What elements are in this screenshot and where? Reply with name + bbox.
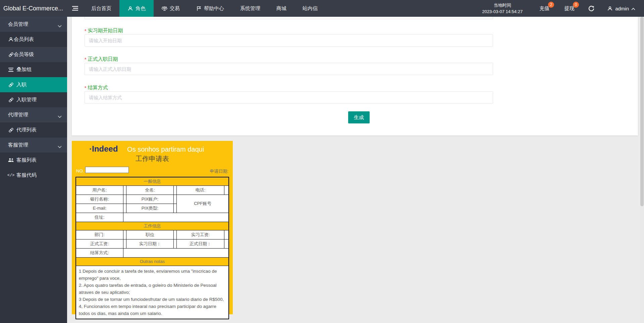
cell-intern-date: 实习日期： xyxy=(126,239,173,248)
cell-official-date: 正式日期： xyxy=(177,239,224,248)
cell-email: E-mail: xyxy=(76,204,123,213)
chevron-down-icon xyxy=(58,113,62,119)
withdraw-button[interactable]: 提现 0 xyxy=(557,0,582,17)
link-icon xyxy=(8,127,14,133)
refresh-button[interactable] xyxy=(582,0,601,17)
cell-bank-name: 银行名称: xyxy=(76,195,123,204)
link-icon xyxy=(8,52,14,57)
required-asterisk: * xyxy=(85,57,86,62)
cell-position: 职位 xyxy=(126,230,173,239)
cell-cpf: CPF账号 xyxy=(177,195,229,213)
chevron-down-icon xyxy=(58,144,62,149)
sidebar-item-onboarding[interactable]: 入职 xyxy=(0,77,67,92)
sidebar-item-member-mgmt[interactable]: 会员管理 xyxy=(0,17,67,32)
indeed-brand: ·Indeed xyxy=(89,144,118,154)
notes-text: 1 Depois de concluir a tarefa de teste, … xyxy=(76,266,229,319)
user-icon xyxy=(607,6,613,11)
official-date-input[interactable] xyxy=(85,63,493,75)
job-application-form: ·Indeed Os sonhos partiram daqui 工作申请表 N… xyxy=(72,141,233,314)
user-icon xyxy=(8,37,14,42)
user-menu[interactable]: admin xyxy=(601,0,644,17)
no-input[interactable] xyxy=(85,167,129,173)
scales-icon xyxy=(162,6,167,11)
field-label-official-date: *正式入职日期 xyxy=(85,56,118,62)
link-icon xyxy=(8,97,14,103)
no-label: NO. xyxy=(76,168,84,173)
users-icon xyxy=(8,157,14,163)
generate-button[interactable]: 生成 xyxy=(348,111,370,123)
cell-department: 部门: xyxy=(76,230,123,239)
sidebar-item-support-code[interactable]: </> 客服代码 xyxy=(0,168,67,183)
cell-pix-account: PIX账户: xyxy=(126,195,173,204)
onboarding-form-card: *实习期开始日期 *正式入职日期 *结算方式 生成 xyxy=(72,17,638,136)
app-logo: Global E-Commerce... xyxy=(0,0,67,17)
cell-settlement-value xyxy=(123,248,229,257)
scrollbar-thumb[interactable] xyxy=(640,17,644,206)
cell-official-salary: 正式工资: xyxy=(76,239,123,248)
intern-start-date-input[interactable] xyxy=(85,34,493,47)
recharge-button[interactable]: 充值 2 xyxy=(532,0,557,17)
top-navbar: Global E-Commerce... 后台首页 角色 交易 帮助中心 xyxy=(0,0,644,17)
sidebar-item-member-list[interactable]: 会员列表 xyxy=(0,32,67,47)
local-time-value: 2023-03-07 14:54:27 xyxy=(482,8,523,15)
cell-pix-type: PIX类型: xyxy=(126,204,173,213)
code-icon: </> xyxy=(8,172,14,178)
local-time: 当地时间 2023-03-07 14:54:27 xyxy=(473,0,532,17)
recharge-badge: 2 xyxy=(548,2,554,8)
section-other-notes: Outras notas xyxy=(76,257,229,266)
settlement-method-input[interactable] xyxy=(85,91,493,104)
flag-icon xyxy=(196,6,202,11)
caret-up-icon xyxy=(631,6,635,11)
sidebar-item-member-level[interactable]: 会员等级 xyxy=(0,47,67,62)
nav-item-dashboard[interactable]: 后台首页 xyxy=(83,0,119,17)
username: admin xyxy=(615,6,629,11)
link-icon xyxy=(8,82,14,88)
cell-settlement: 结算方式: xyxy=(76,248,123,257)
user-icon xyxy=(127,6,133,11)
form-slogan: Os sonhos partiram daqui xyxy=(127,146,204,153)
application-table: 一般信息 用户名: 全名: 电话: 银行名称: PIX账户: CPF账号 E-m… xyxy=(75,177,229,319)
chevron-down-icon xyxy=(58,23,62,29)
section-general-info: 一般信息 xyxy=(76,177,229,185)
cell-address: 住址: xyxy=(76,213,123,222)
section-work-info: 工作信息 xyxy=(76,222,229,230)
cell-username: 用户名: xyxy=(76,185,123,195)
nav-item-site-message[interactable]: 站内信 xyxy=(294,0,326,17)
required-asterisk: * xyxy=(85,28,86,34)
vertical-scrollbar xyxy=(640,17,644,323)
apply-date-label: 申请日期: xyxy=(210,168,228,174)
required-asterisk: * xyxy=(85,85,86,91)
collapse-sidebar-icon[interactable] xyxy=(67,0,83,17)
sidebar-item-support-list[interactable]: 客服列表 xyxy=(0,153,67,168)
cell-phone: 电话: xyxy=(177,185,224,195)
cell-fullname: 全名: xyxy=(126,185,173,195)
withdraw-badge: 0 xyxy=(573,2,579,8)
sidebar-item-agent-list[interactable]: 代理列表 xyxy=(0,122,67,138)
form-title: 工作申请表 xyxy=(72,154,233,163)
field-label-intern-start-date: *实习期开始日期 xyxy=(85,28,123,34)
sidebar-item-agent-mgmt[interactable]: 代理管理 xyxy=(0,107,67,122)
sidebar: 会员管理 会员列表 会员等级 叠加组 入职 入职管理 代理管理 xyxy=(0,17,67,323)
sidebar-item-stack-group[interactable]: 叠加组 xyxy=(0,62,67,77)
cell-address-value xyxy=(123,213,229,222)
nav-item-roles[interactable]: 角色 xyxy=(119,0,154,17)
nav-item-help-center[interactable]: 帮助中心 xyxy=(188,0,232,17)
cell-intern-salary: 实习工资: xyxy=(177,230,224,239)
field-label-settlement-method: *结算方式 xyxy=(85,85,108,91)
nav-item-trade[interactable]: 交易 xyxy=(154,0,188,17)
sidebar-item-onboarding-mgmt[interactable]: 入职管理 xyxy=(0,92,67,107)
list-icon xyxy=(8,67,14,72)
sidebar-item-support-mgmt[interactable]: 客服管理 xyxy=(0,138,67,153)
nav-item-system-mgmt[interactable]: 系统管理 xyxy=(232,0,268,17)
local-time-label: 当地时间 xyxy=(494,2,511,8)
main-content: *实习期开始日期 *正式入职日期 *结算方式 生成 ·Indeed Os son… xyxy=(67,17,644,323)
nav-item-mall[interactable]: 商城 xyxy=(268,0,294,17)
